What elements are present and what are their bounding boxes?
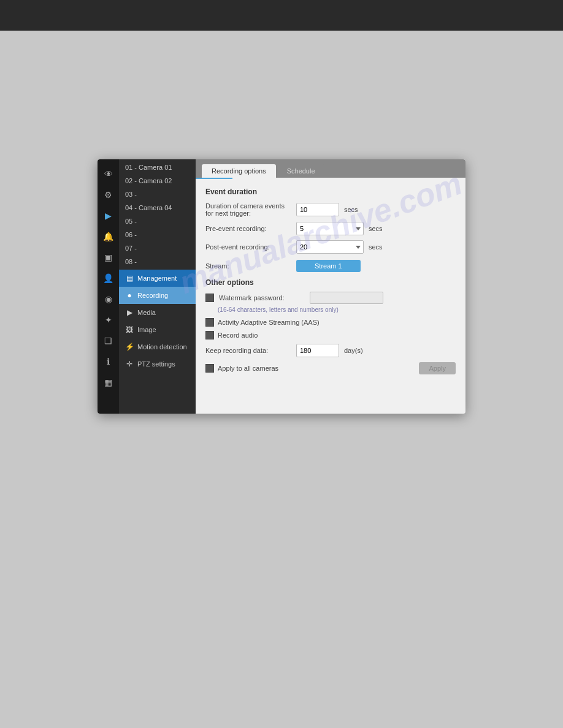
stream-label: Stream: [205,262,291,270]
record-audio-label: Record audio [218,332,258,339]
sidebar-icon-camera[interactable]: ▶ [99,206,118,226]
sidebar-icon-calendar[interactable]: ▦ [99,373,118,392]
sidebar: 👁 ⚙ ▶ 🔔 ▣ 👤 ◉ ✦ ❑ ℹ ▦ [98,159,119,414]
nav-label-media: Media [137,309,156,316]
sidebar-icon-layers[interactable]: ❑ [99,331,118,351]
nav-label-recording: Recording [137,292,168,299]
sidebar-icon-person[interactable]: 👤 [99,268,118,288]
nav-label-ptz: PTZ settings [137,360,175,368]
duration-unit: secs [344,206,358,213]
management-icon: ▤ [125,274,134,282]
ptz-icon: ✛ [125,360,134,368]
keep-data-label: Keep recording data: [205,347,291,354]
main-content: Recording options Schedule Event duratio… [196,159,465,414]
nav-label-management: Management [137,275,177,282]
apply-button[interactable]: Apply [419,362,456,374]
nav-label-image: Image [137,326,156,333]
sidebar-icon-eye[interactable]: 👁 [99,164,118,184]
nav-label-motion: Motion detection [137,343,187,351]
motion-icon: ⚡ [125,343,134,351]
apply-all-row: Apply to all cameras [205,364,278,373]
image-icon: 🖼 [125,325,134,334]
camera-item-03[interactable]: 03 - [119,188,196,201]
record-audio-checkbox[interactable] [205,331,214,339]
keep-data-row: Keep recording data: day(s) [205,344,456,357]
watermark-input[interactable] [310,292,383,304]
nav-item-image[interactable]: 🖼 Image [119,321,196,338]
top-bar [0,0,563,31]
tab-schedule[interactable]: Schedule [277,164,325,178]
sidebar-icon-gear[interactable]: ⚙ [99,185,118,205]
apply-all-checkbox[interactable] [205,364,214,373]
nav-item-media[interactable]: ▶ Media [119,304,196,321]
apply-row: Apply to all cameras Apply [205,362,456,374]
app-window: 👁 ⚙ ▶ 🔔 ▣ 👤 ◉ ✦ ❑ ℹ ▦ 01 - Camera 01 02 … [98,159,465,414]
aas-checkbox[interactable] [205,318,214,327]
pre-event-unit: secs [369,225,383,232]
tab-recording-options[interactable]: Recording options [202,164,276,178]
sidebar-icon-bell[interactable]: 🔔 [99,227,118,246]
nav-section: ▤ Management ● Recording ▶ Media 🖼 Image… [119,270,196,373]
media-icon: ▶ [125,308,134,317]
pre-event-row: Pre-event recording: 5 10 15 20 30 secs [205,222,456,235]
keep-data-unit: day(s) [344,347,363,354]
camera-item-08[interactable]: 08 - [119,255,196,268]
content-area: Event duration Duration of camera events… [196,179,465,414]
record-audio-row: Record audio [205,331,456,339]
keep-data-input[interactable] [296,344,339,357]
watermark-hint: (16-64 characters, letters and numbers o… [218,306,456,313]
camera-item-05[interactable]: 05 - [119,214,196,228]
event-duration-title: Event duration [205,188,456,196]
stream-row: Stream: Stream 1 [205,260,456,272]
nav-item-recording[interactable]: ● Recording [119,287,196,304]
recording-icon: ● [125,291,134,300]
sidebar-icon-network[interactable]: ✦ [99,310,118,330]
left-panel: 01 - Camera 01 02 - Camera 02 03 - 04 - … [119,159,196,414]
aas-row: Activity Adaptive Streaming (AAS) [205,318,456,327]
pre-event-select[interactable]: 5 10 15 20 30 [296,222,364,235]
post-event-unit: secs [369,243,383,251]
pre-event-label: Pre-event recording: [205,225,291,232]
apply-all-label: Apply to all cameras [218,365,278,372]
tab-bar: Recording options Schedule [196,159,465,178]
aas-label: Activity Adaptive Streaming (AAS) [218,319,320,326]
camera-list: 01 - Camera 01 02 - Camera 02 03 - 04 - … [119,159,196,270]
camera-item-04[interactable]: 04 - Camera 04 [119,201,196,214]
watermark-label: Watermark password: [219,294,305,301]
post-event-row: Post-event recording: 20 10 15 30 60 sec… [205,240,456,254]
nav-item-management[interactable]: ▤ Management [119,270,196,287]
nav-item-motion-detection[interactable]: ⚡ Motion detection [119,338,196,355]
sidebar-icon-database[interactable]: ◉ [99,289,118,309]
duration-input[interactable] [296,203,339,216]
post-event-select[interactable]: 20 10 15 30 60 [296,240,364,254]
watermark-row: Watermark password: [205,292,456,304]
stream-button[interactable]: Stream 1 [296,260,361,272]
camera-item-06[interactable]: 06 - [119,228,196,241]
watermark-checkbox[interactable] [205,294,214,302]
post-event-label: Post-event recording: [205,243,291,251]
nav-item-ptz-settings[interactable]: ✛ PTZ settings [119,355,196,373]
sidebar-icon-info[interactable]: ℹ [99,352,118,371]
camera-item-07[interactable]: 07 - [119,241,196,255]
other-options-title: Other options [205,278,456,287]
duration-row: Duration of camera events for next trigg… [205,202,456,217]
sidebar-icon-monitor[interactable]: ▣ [99,248,118,267]
duration-label: Duration of camera events for next trigg… [205,202,291,217]
camera-item-02[interactable]: 02 - Camera 02 [119,174,196,188]
camera-item-01[interactable]: 01 - Camera 01 [119,161,196,174]
